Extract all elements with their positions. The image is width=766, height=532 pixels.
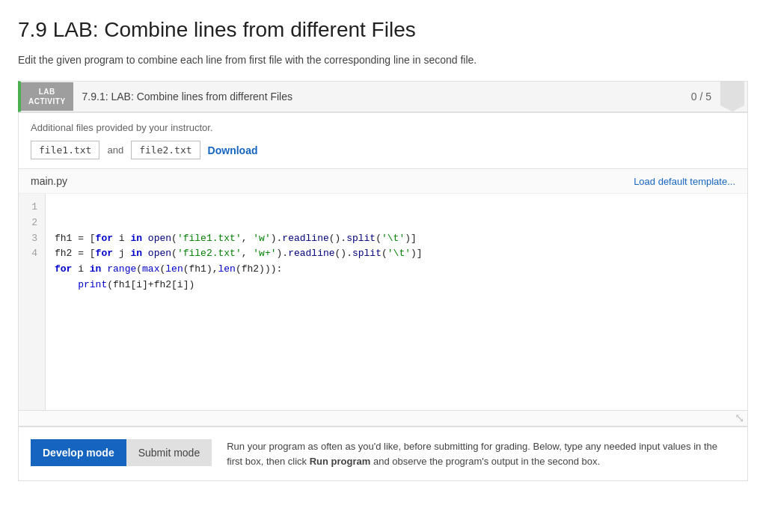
code-header: main.py Load default template... <box>19 169 747 194</box>
load-template-link[interactable]: Load default template... <box>634 176 735 187</box>
lab-badge: LAB ACTIVITY <box>21 82 73 111</box>
develop-mode-button[interactable]: Develop mode <box>31 439 126 466</box>
resize-handle: ⤡ <box>19 411 747 426</box>
download-link[interactable]: Download <box>208 144 258 156</box>
code-line-2: fh2 = [for j in open('file2.txt', 'w+').… <box>55 246 738 262</box>
submit-mode-button[interactable]: Submit mode <box>126 439 212 466</box>
code-content[interactable]: fh1 = [for i in open('file1.txt', 'w').r… <box>46 194 747 410</box>
files-section: Additional files provided by your instru… <box>19 113 747 169</box>
code-filename: main.py <box>31 175 67 187</box>
page-title: 7.9 LAB: Combine lines from different Fi… <box>18 18 748 42</box>
mode-buttons: Develop mode Submit mode <box>31 439 212 466</box>
file1-tag: file1.txt <box>31 141 99 159</box>
files-row: file1.txt and file2.txt Download <box>31 141 735 159</box>
and-text: and <box>107 144 123 156</box>
main-panel: Additional files provided by your instru… <box>18 112 748 481</box>
flag-icon <box>720 82 744 111</box>
code-line-1: fh1 = [for i in open('file1.txt', 'w').r… <box>55 231 738 247</box>
bottom-description: Run your program as often as you'd like,… <box>227 439 735 468</box>
file2-tag: file2.txt <box>131 141 200 159</box>
resize-icon: ⤡ <box>735 412 744 424</box>
bottom-bar: Develop mode Submit mode Run your progra… <box>19 426 747 480</box>
code-editor[interactable]: 1 2 3 4 fh1 = [for i in open('file1.txt'… <box>19 194 747 411</box>
code-line-3: for i in range(max(len(fh1),len(fh2))): <box>55 262 738 278</box>
lab-activity-bar: LAB ACTIVITY 7.9.1: LAB: Combine lines f… <box>18 81 748 112</box>
lab-score: 0 / 5 <box>682 91 720 103</box>
line-numbers: 1 2 3 4 <box>19 194 46 410</box>
lab-activity-title: 7.9.1: LAB: Combine lines from different… <box>82 82 682 111</box>
page-subtitle: Edit the given program to combine each l… <box>18 54 748 66</box>
files-label: Additional files provided by your instru… <box>31 122 735 133</box>
code-panel: main.py Load default template... 1 2 3 4… <box>19 169 747 426</box>
run-program-bold: Run program <box>310 456 371 467</box>
code-line-4: print(fh1[i]+fh2[i]) <box>55 278 738 293</box>
